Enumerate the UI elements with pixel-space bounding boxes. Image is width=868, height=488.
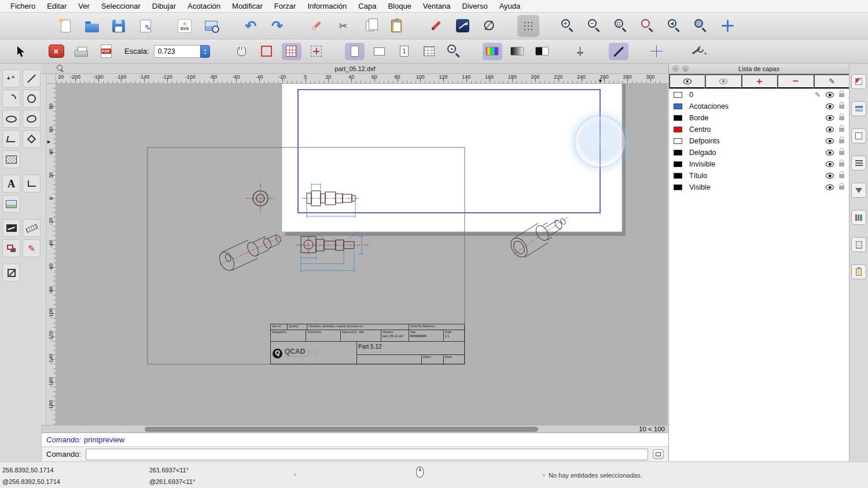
grid-toggle-button[interactable]: [517, 15, 539, 37]
close-print-preview-button[interactable]: ×: [46, 43, 66, 60]
ellipse-tool-button[interactable]: [2, 110, 20, 128]
menu-item[interactable]: Ventana: [417, 2, 457, 10]
paper-border-button[interactable]: [257, 43, 277, 60]
layer-visibility-eye-icon[interactable]: [826, 115, 834, 121]
show-all-layers-button[interactable]: [669, 74, 705, 88]
property-editor-panel-button[interactable]: [851, 74, 866, 89]
layer-lock-icon[interactable]: [839, 105, 844, 109]
hide-all-layers-button[interactable]: [705, 74, 741, 88]
print-preview-button[interactable]: [200, 15, 222, 37]
layer-lock-icon[interactable]: [839, 128, 844, 132]
zoom-to-page-button[interactable]: ●: [444, 43, 464, 60]
layer-visibility-eye-icon[interactable]: [826, 127, 834, 132]
float-panel-icon[interactable]: ◻: [682, 65, 689, 72]
solid-tool-button[interactable]: [2, 264, 20, 282]
arc-tool-button[interactable]: [2, 90, 20, 108]
scale-input[interactable]: [154, 45, 200, 58]
command-options-button[interactable]: [653, 449, 664, 459]
menu-item[interactable]: Forzar: [269, 2, 302, 10]
distance-tool-button[interactable]: [23, 219, 41, 237]
deselect-all-button[interactable]: [478, 15, 500, 37]
full-color-mode-button[interactable]: [483, 43, 502, 60]
menu-item[interactable]: Ayuda: [494, 2, 527, 10]
block-list-panel-button[interactable]: [851, 128, 866, 143]
layer-row[interactable]: Título: [669, 170, 849, 182]
undo-button[interactable]: [240, 15, 262, 37]
menu-item[interactable]: Información: [301, 2, 352, 10]
menu-item[interactable]: Dibujar: [146, 2, 182, 10]
layer-visibility-eye-icon[interactable]: [826, 184, 834, 190]
layer-lock-icon[interactable]: [839, 93, 844, 97]
library-browser-panel-button[interactable]: [851, 210, 866, 225]
layer-visibility-eye-icon[interactable]: [826, 103, 834, 109]
grid-page-button[interactable]: [282, 43, 301, 60]
pen-tool-button[interactable]: [425, 15, 447, 37]
menu-item[interactable]: Seleccionar: [95, 2, 146, 10]
layer-row[interactable]: Acotaciones: [669, 101, 849, 112]
copy-button[interactable]: [359, 15, 381, 37]
layer-visibility-eye-icon[interactable]: [826, 92, 834, 98]
horizontal-scrollbar[interactable]: 10 < 100: [42, 425, 668, 432]
redo-button[interactable]: [266, 15, 288, 37]
layer-lock-icon[interactable]: [839, 151, 844, 155]
layer-visibility-eye-icon[interactable]: [826, 161, 834, 167]
single-page-button[interactable]: 1: [395, 43, 414, 60]
menu-item[interactable]: Bloque: [382, 2, 417, 10]
delete-entity-button[interactable]: [306, 15, 328, 37]
text-tool-button[interactable]: A: [2, 175, 20, 193]
selection-filter-panel-button[interactable]: [851, 183, 866, 198]
polyline-tool-button[interactable]: [2, 130, 20, 148]
zoom-previous-button[interactable]: ◂: [663, 15, 685, 37]
edit-layer-button[interactable]: [814, 74, 849, 88]
blackwhite-mode-button[interactable]: [532, 43, 552, 60]
pdf-export-button[interactable]: PDF: [96, 43, 116, 60]
spline-tool-button[interactable]: [23, 110, 41, 128]
block-tool-button[interactable]: [2, 239, 20, 257]
line-tool-button[interactable]: [23, 69, 41, 87]
layer-row[interactable]: Defpoints: [669, 135, 849, 147]
zoom-out-button[interactable]: −: [583, 15, 605, 37]
layer-visibility-eye-icon[interactable]: [826, 173, 834, 179]
portrait-orientation-button[interactable]: [345, 43, 365, 60]
remove-layer-button[interactable]: −: [777, 74, 813, 88]
add-layer-button[interactable]: +: [741, 74, 777, 88]
clipboard-panel-button[interactable]: [851, 264, 866, 279]
save-file-button[interactable]: [108, 15, 130, 37]
point-tool-button[interactable]: +⁺: [2, 69, 20, 87]
layer-row[interactable]: Borde: [669, 112, 849, 124]
layer-row[interactable]: Invisible: [669, 158, 849, 170]
open-file-button[interactable]: [81, 15, 103, 37]
shape-tool-button[interactable]: [23, 130, 41, 148]
layer-list-panel-button[interactable]: [851, 101, 866, 116]
measure-tool-button[interactable]: [2, 219, 20, 237]
view-list-panel-button[interactable]: [851, 156, 866, 171]
multi-page-button[interactable]: [420, 43, 439, 60]
layer-visibility-eye-icon[interactable]: [826, 150, 834, 156]
modify-tool-button[interactable]: [23, 239, 41, 257]
print-button[interactable]: [71, 43, 91, 60]
menu-item[interactable]: Editar: [41, 2, 72, 10]
close-panel-icon[interactable]: ×: [672, 65, 679, 72]
fit-drawing-button[interactable]: [571, 43, 590, 60]
layer-lock-icon[interactable]: [839, 186, 844, 190]
zoom-selection-button[interactable]: [637, 15, 659, 37]
circle-tool-button[interactable]: [23, 90, 41, 108]
grayscale-mode-button[interactable]: [507, 43, 527, 60]
menu-item[interactable]: Fichero: [5, 2, 41, 10]
menu-item[interactable]: Diverso: [457, 2, 494, 10]
layer-row[interactable]: Centro: [669, 124, 849, 135]
layer-visibility-eye-icon[interactable]: [826, 138, 834, 144]
center-crosshair-button[interactable]: [647, 43, 667, 60]
layer-lock-icon[interactable]: [839, 174, 844, 178]
menu-item[interactable]: Acotación: [182, 2, 226, 10]
hatch-tool-button[interactable]: [2, 150, 20, 168]
landscape-orientation-button[interactable]: [370, 43, 389, 60]
scrollbar-thumb[interactable]: [145, 427, 538, 432]
command-input[interactable]: [86, 449, 648, 460]
drawing-canvas[interactable]: Item ref Quantity Title/Name, destinatio…: [56, 84, 668, 425]
dimension-tool-button[interactable]: [23, 175, 41, 193]
command-history-panel-button[interactable]: [851, 237, 866, 252]
menu-item[interactable]: Modificar: [226, 2, 269, 10]
svg-export-button[interactable]: SVG: [174, 15, 196, 37]
lineweight-scale-button[interactable]: [609, 43, 628, 60]
